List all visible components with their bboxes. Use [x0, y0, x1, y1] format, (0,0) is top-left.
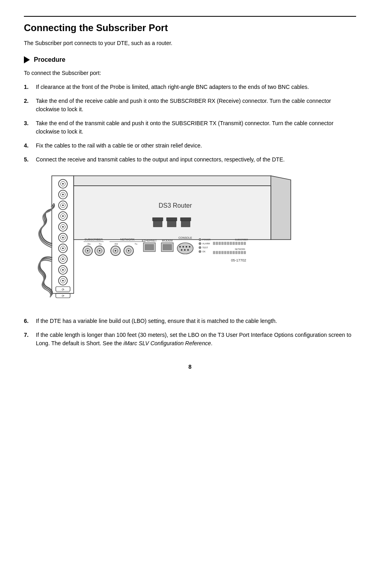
svg-text:Rx: Rx — [88, 243, 90, 245]
svg-point-72 — [187, 249, 189, 251]
sub-intro-text: To connect the Subscriber port: — [24, 69, 356, 77]
svg-point-30 — [62, 280, 64, 281]
step-text-5: Connect the receive and transmit cables … — [36, 155, 356, 164]
step-num-1: 1. — [24, 83, 32, 91]
svg-point-21 — [62, 248, 64, 249]
procedure-title: Procedure — [34, 56, 65, 63]
svg-point-9 — [62, 205, 64, 206]
svg-text:POWER: POWER — [202, 238, 211, 241]
svg-point-79 — [199, 246, 201, 249]
svg-rect-103 — [235, 251, 237, 254]
svg-rect-108 — [153, 218, 163, 221]
svg-rect-86 — [224, 242, 226, 245]
step-text-1: If clearance at the front of the Probe i… — [36, 83, 356, 91]
svg-text:Tx: Tx — [135, 243, 137, 245]
diagram-svg: ⟳ ⟳ DS3 Router SUBSCRIBER Rx Tx NETWORK — [36, 172, 307, 307]
intro-paragraph: The Subscriber port connects to your DTE… — [24, 39, 356, 47]
svg-marker-35 — [74, 176, 283, 186]
svg-text:ALARM: ALARM — [202, 242, 210, 245]
svg-point-77 — [199, 238, 201, 241]
svg-text:OK: OK — [202, 250, 206, 253]
svg-rect-85 — [221, 242, 223, 245]
page-title: Connecting the Subscriber Port — [24, 16, 356, 33]
step-item-3: 3. Take the end of the transmit cable an… — [24, 119, 356, 136]
step-item-6: 6. If the DTE has a variable line build … — [24, 317, 356, 325]
step-text-4: Fix the cables to the rail with a cable … — [36, 142, 356, 150]
svg-rect-89 — [233, 242, 235, 245]
svg-point-51 — [99, 250, 100, 252]
svg-rect-110 — [166, 218, 177, 221]
svg-rect-92 — [241, 242, 243, 245]
svg-point-48 — [87, 250, 88, 252]
procedure-header: Procedure — [24, 56, 356, 63]
svg-point-71 — [184, 249, 186, 251]
step-num-4: 4. — [24, 142, 32, 150]
svg-point-15 — [62, 226, 64, 228]
step-text-7: If the cable length is longer than 100 f… — [36, 331, 356, 348]
svg-marker-36 — [271, 176, 291, 240]
svg-rect-100 — [227, 251, 229, 254]
svg-point-68 — [186, 246, 187, 248]
page-number: 8 — [24, 364, 356, 370]
diagram-container: ⟳ ⟳ DS3 Router SUBSCRIBER Rx Tx NETWORK — [36, 172, 307, 307]
svg-rect-105 — [241, 251, 243, 254]
svg-point-6 — [62, 194, 64, 195]
svg-text:SUBSCRIBER: SUBSCRIBER — [84, 238, 103, 241]
svg-rect-88 — [230, 242, 232, 245]
svg-point-3 — [62, 183, 64, 185]
step-text-2: Take the end of the receive cable and pu… — [36, 97, 356, 114]
step-num-2: 2. — [24, 97, 32, 114]
svg-text:⟳: ⟳ — [62, 288, 65, 291]
svg-rect-112 — [180, 218, 191, 221]
svg-rect-96 — [216, 251, 218, 254]
svg-rect-87 — [227, 242, 229, 245]
svg-point-57 — [128, 250, 129, 252]
svg-rect-60 — [145, 244, 154, 250]
svg-text:ETHERNET: ETHERNET — [142, 239, 157, 242]
svg-rect-37 — [74, 186, 271, 240]
svg-text:CONSOLE: CONSOLE — [178, 236, 192, 239]
procedure-triangle-icon — [24, 56, 30, 63]
step-item-1: 1. If clearance at the front of the Prob… — [24, 83, 356, 91]
svg-rect-97 — [219, 251, 221, 254]
svg-rect-91 — [238, 242, 240, 245]
step-num-7: 7. — [24, 331, 32, 348]
svg-text:MODEM: MODEM — [162, 239, 173, 242]
svg-point-24 — [62, 258, 64, 260]
step-num-6: 6. — [24, 317, 32, 325]
svg-rect-104 — [238, 251, 240, 254]
svg-rect-63 — [163, 244, 172, 250]
svg-text:TEST: TEST — [202, 246, 208, 249]
svg-point-54 — [115, 250, 116, 252]
svg-rect-95 — [213, 251, 215, 254]
svg-text:⟳: ⟳ — [62, 294, 65, 298]
svg-rect-93 — [244, 242, 246, 245]
svg-point-66 — [179, 246, 181, 248]
svg-text:NETWORK: NETWORK — [235, 248, 245, 250]
step-item-2: 2. Take the end of the receive cable and… — [24, 97, 356, 114]
step-num-5: 5. — [24, 155, 32, 164]
svg-point-69 — [189, 246, 190, 248]
step-text-3: Take the end of the transmit cable and p… — [36, 119, 356, 136]
svg-rect-106 — [244, 251, 246, 254]
step-item-5: 5. Connect the receive and transmit cabl… — [24, 155, 356, 164]
svg-rect-101 — [230, 251, 232, 254]
svg-rect-102 — [233, 251, 235, 254]
steps-list: 1. If clearance at the front of the Prob… — [24, 83, 356, 164]
svg-text:Tx: Tx — [99, 243, 102, 245]
svg-text:SUBSCRIBER: SUBSCRIBER — [235, 238, 248, 241]
page-content: Connecting the Subscriber Port The Subsc… — [24, 16, 356, 370]
svg-rect-82 — [213, 242, 215, 245]
steps-list-continued: 6. If the DTE has a variable line build … — [24, 317, 356, 348]
svg-text:RX: RX — [115, 243, 118, 245]
svg-rect-83 — [216, 242, 218, 245]
svg-rect-98 — [221, 251, 223, 254]
diagram-label: DS3 Router — [159, 202, 192, 209]
svg-rect-0 — [52, 176, 74, 293]
svg-rect-84 — [219, 242, 221, 245]
svg-text:NETWORK: NETWORK — [120, 238, 135, 241]
step-text-6: If the DTE has a variable line build out… — [36, 317, 356, 325]
step-item-4: 4. Fix the cables to the rail with a cab… — [24, 142, 356, 150]
svg-point-78 — [199, 242, 201, 245]
svg-point-80 — [199, 250, 201, 253]
